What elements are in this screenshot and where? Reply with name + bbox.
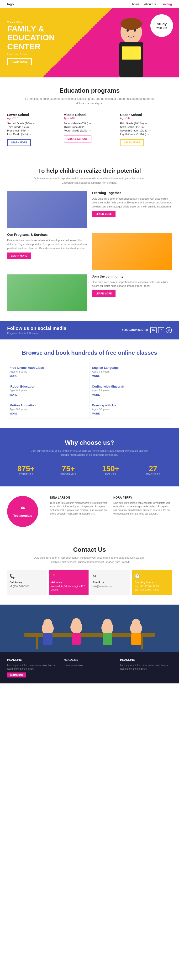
class-item-3: Coding with Minecraft Ages 7-9 years MOR… [90,381,172,400]
potential-image-1 [7,191,87,228]
class-3-more[interactable]: MORE [92,393,169,396]
bubble-text-1: Study [157,22,167,26]
contact-address-info: Alexandrite, VA Washington D.C. 20002 [51,585,86,592]
potential-item-1-title: Learning Together [92,191,172,195]
hero-content: WELCOME FAMILY &EDUCATIONCENTER Images f… [0,13,77,72]
program-lower-title: Lower School [7,113,59,117]
potential-item-2-body: Duis aute irure dolor in reprehenderit i… [7,239,87,250]
class-3-age: Ages 7-9 years [92,389,169,392]
programs-grid: Lower School Ages 7-10 Second Grade (7/8… [7,113,172,146]
nav-logo: logo [7,2,14,6]
lower-grade-3[interactable]: Preschool (3/4o) → [7,129,59,132]
potential-item-1-btn[interactable]: LEARN MORE [92,211,115,217]
upper-grade-3[interactable]: Seventh Grade (12/13o) → [120,129,172,132]
education-title: Education programs [7,87,172,94]
program-middle-age: Ages 7-10 [64,117,115,119]
person-illustration [107,13,155,78]
contact-address-title: Address [51,581,86,584]
svg-rect-21 [131,633,141,645]
svg-rect-18 [102,633,112,645]
svg-point-13 [43,619,52,627]
lower-grade-1[interactable]: Second Grade (7/8o) → [7,122,59,125]
hero-credit: Images from Freepik [7,53,69,55]
potential-item-3: Join the community Duis aute irure dolor… [92,274,172,311]
contact-grid: 📞 Call today +1 (234) 567-8910 📍 Address… [7,570,172,595]
nav-link-landing[interactable]: Landing [161,3,172,6]
bubble-text-2: with us! [156,26,167,30]
nav-link-about[interactable]: About Us [144,3,156,6]
class-5-age: Ages 3-5 years [92,408,169,410]
upper-grade-4[interactable]: Eighth Grade (13/14o) → [120,133,172,135]
footer-col-2: HEADLINE Lorem ipsum dolor [64,658,115,678]
potential-title: To help children realize their potential [7,167,172,174]
footer-col-1-btn[interactable]: Button here [7,673,26,678]
hero-section: WELCOME FAMILY &EDUCATIONCENTER Images f… [0,8,179,78]
upper-grade-1[interactable]: Fifth Grade (10/11o) → [120,122,172,125]
middle-grade-2[interactable]: Third Grade (8/9o) → [64,126,115,128]
potential-item-2: Our Programs & Services Duis aute irure … [7,233,87,270]
testimonials-section: ❝ Testimonials NINA LARSON Duis aute iru… [0,487,179,536]
potential-item-2-title: Our Programs & Services [7,233,87,237]
footer-section: HEADLINE Lorem ipsum dolor Lorem ipsum d… [0,652,179,683]
facebook-icon[interactable]: f [158,327,164,333]
potential-item-img-1 [7,191,87,228]
potential-item-3-btn[interactable]: LEARN MORE [92,290,115,297]
class-2-age: Ages 8-9 years [10,389,87,392]
svg-rect-15 [72,633,81,644]
why-section: Why choose us? Join our community of lif… [0,428,179,487]
class-item-1: English Language Ages 4-6 years MORE [90,362,172,381]
education-subtitle: Lorem ipsum dolor sit amet, consectetur … [24,97,155,106]
class-0-more[interactable]: MORE [10,374,87,377]
class-1-more[interactable]: MORE [92,374,169,377]
testimonial-1-body: Duis aute irure dolor in reprehenderit i… [50,501,109,515]
class-2-more[interactable]: MORE [10,393,87,396]
footer-col-1-body: Lorem ipsum dolor Lorem ipsum dolor Lore… [7,663,59,671]
potential-grid: Learning Together Duis aute irure dolor … [7,191,172,311]
social-left: Follow us on social media Programs, Even… [7,326,66,335]
potential-subtitle: Duis aute irure dolor in reprehenderit i… [30,177,149,185]
potential-item-img-2 [92,233,172,270]
middle-grade-3[interactable]: Fourth Grade (9/10o) → [64,129,115,132]
svg-rect-7 [0,605,179,652]
contact-card-email: ✉ Email Us info@sample.com [91,570,130,595]
middle-grade-1[interactable]: Second Grade (7/8o) → [64,122,115,125]
lower-grade-4[interactable]: First Grade (6/7o) → [7,133,59,135]
testimonials-inner: ❝ Testimonials NINA LARSON Duis aute iru… [7,496,172,527]
lower-learn-more-button[interactable]: LEARN MORE [7,139,31,146]
potential-item-3-body: Duis aute irure dolor in reprehenderit i… [92,280,172,288]
middle-school-button[interactable]: MIDDLE SCHOOL [64,135,91,142]
svg-point-4 [120,18,142,30]
clock-icon: 🕐 [134,574,170,579]
hero-welcome: WELCOME [7,21,69,23]
testimonial-1: NINA LARSON Duis aute irure dolor in rep… [50,496,109,515]
browse-section: Browse and book hundreds of free online … [0,339,179,428]
contact-card-call: 📞 Call today +1 (234) 567-8910 [7,570,47,595]
nav-link-home[interactable]: home [132,3,139,6]
class-5-title: Drawing with Us [92,404,169,407]
class-item-0: Free Online Math Class Ages 6-8 years MO… [7,362,90,381]
location-icon: 📍 [51,574,86,579]
program-lower-age: Ages 7-10 [7,117,59,119]
svg-rect-9 [36,637,38,649]
instagram-icon[interactable]: ◎ [166,327,172,333]
navigation: logo home About Us Landing [0,0,179,8]
program-lower: Lower School Ages 7-10 Second Grade (7/8… [7,113,59,146]
class-4-more[interactable]: MORE [10,412,87,415]
upper-learn-more-button[interactable]: LEARN MORE [120,139,144,146]
contact-hours-title: Opening hours [134,581,170,584]
contact-call-title: Call today [10,581,45,584]
program-upper-age: Ages 14+ [120,117,172,119]
svg-point-16 [72,618,81,627]
hero-read-more-button[interactable]: READ MORE [7,58,32,65]
upper-grade-2[interactable]: Sixth Grade (11/12o) → [120,126,172,128]
lower-grade-2[interactable]: Third Grade (8/9o) → [7,126,59,128]
class-5-more[interactable]: MORE [92,412,169,415]
potential-item-2-btn[interactable]: LEARN MORE [7,253,31,259]
email-icon: ✉ [93,574,128,579]
program-upper-title: Upper School [120,113,172,117]
linkedin-icon[interactable]: in [150,327,157,333]
stat-teachers-label: TEACHERS [134,473,172,476]
stat-programs-label: PROGRAMS [50,473,87,476]
stat-students-label: STUDENTS [7,473,45,476]
testimonial-1-name: NINA LARSON [50,496,109,499]
